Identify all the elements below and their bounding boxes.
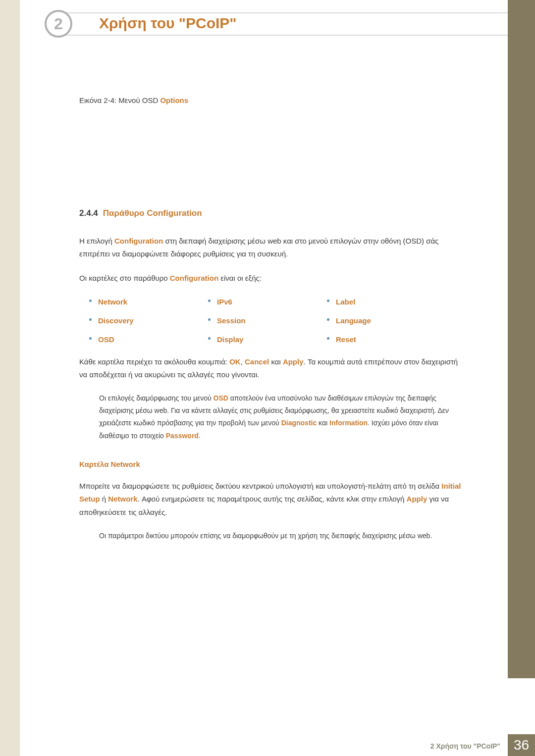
note-osd-subset: Οι επιλογές διαμόρφωσης του μενού OSD απ… <box>99 392 466 442</box>
network-text-2: ή <box>100 495 108 503</box>
section-title: Παράθυρο Configuration <box>103 208 202 218</box>
tab-language: Language <box>327 314 416 327</box>
note2-text: Οι παράμετροι δικτύου μπορούν επίσης να … <box>99 532 432 540</box>
tab-label: Label <box>327 296 416 308</box>
note1-hl-password: Password <box>166 432 199 440</box>
network-hl-apply: Apply <box>407 495 428 503</box>
buttons-text-1: Κάθε καρτέλα περιέχει τα ακόλουθα κουμπι… <box>79 357 229 366</box>
tab-ipv6: IPv6 <box>208 296 297 308</box>
tab-discovery: Discovery <box>89 314 178 327</box>
footer-page-number: 36 <box>508 734 535 756</box>
main-content: Εικόνα 2-4: Μενού OSD Options 2.4.4Παράθ… <box>79 94 466 558</box>
tab-reset: Reset <box>327 333 416 346</box>
note1-text-5: . <box>199 432 201 440</box>
note1-hl-information: Information <box>329 419 368 427</box>
tabs-intro-text-2: είναι οι εξής: <box>218 274 262 282</box>
section-number: 2.4.4 <box>79 208 98 218</box>
buttons-hl-apply: Apply <box>283 357 304 366</box>
section-heading: 2.4.4Παράθυρο Configuration <box>79 206 466 221</box>
note1-text-3: και <box>317 419 329 427</box>
buttons-hl-ok: OK <box>229 357 241 366</box>
tabs-intro-highlight: Configuration <box>170 274 218 282</box>
figure-caption-highlight: Options <box>160 96 188 104</box>
tab-osd: OSD <box>89 333 178 346</box>
network-text-3: . Αφού ενημερώσετε τις παραμέτρους αυτής… <box>138 495 407 503</box>
note-network-web: Οι παράμετροι δικτύου μπορούν επίσης να … <box>99 530 466 542</box>
intro-highlight-1: Configuration <box>114 237 163 245</box>
intro-text-1: Η επιλογή <box>79 237 114 245</box>
network-text-1: Μπορείτε να διαμορφώσετε τις ρυθμίσεις δ… <box>79 482 441 490</box>
buttons-text-2: και <box>269 357 283 366</box>
page-footer: 2 Χρήση του "PCoIP" 36 <box>0 734 535 756</box>
tabs-intro-text-1: Οι καρτέλες στο παράθυρο <box>79 274 170 282</box>
note1-text-1: Οι επιλογές διαμόρφωσης του μενού <box>99 394 214 402</box>
footer-chapter-label: 2 Χρήση του "PCoIP" <box>430 742 500 750</box>
buttons-hl-cancel: Cancel <box>245 357 269 366</box>
header-rule-top <box>50 12 508 13</box>
page-title: Χρήση του "PCoIP" <box>94 15 242 32</box>
figure-caption: Εικόνα 2-4: Μενού OSD Options <box>79 94 466 107</box>
network-hl-network: Network <box>108 495 137 503</box>
buttons-sep-1: , <box>241 357 245 366</box>
figure-caption-text: Εικόνα 2-4: Μενού OSD <box>79 96 160 104</box>
note1-hl-osd: OSD <box>214 394 228 402</box>
tab-network: Network <box>89 296 178 308</box>
tab-session: Session <box>208 314 297 327</box>
tabs-list: Network IPv6 Label Discovery Session Lan… <box>89 296 466 347</box>
tab-display: Display <box>208 333 297 346</box>
tabs-intro-paragraph: Οι καρτέλες στο παράθυρο Configuration ε… <box>79 272 466 285</box>
subsection-heading-network: Καρτέλα Network <box>79 458 466 471</box>
chapter-number-badge: 2 <box>45 10 72 38</box>
intro-paragraph: Η επιλογή Configuration στη διεπαφή διαχ… <box>79 235 466 261</box>
note1-hl-diagnostic: Diagnostic <box>281 419 317 427</box>
left-decorative-stripe <box>0 0 20 756</box>
buttons-paragraph: Κάθε καρτέλα περιέχει τα ακόλουθα κουμπι… <box>79 355 466 382</box>
network-paragraph: Μπορείτε να διαμορφώσετε τις ρυθμίσεις δ… <box>79 480 466 519</box>
header-rule-bottom <box>50 35 508 36</box>
right-decorative-stripe <box>508 0 535 678</box>
